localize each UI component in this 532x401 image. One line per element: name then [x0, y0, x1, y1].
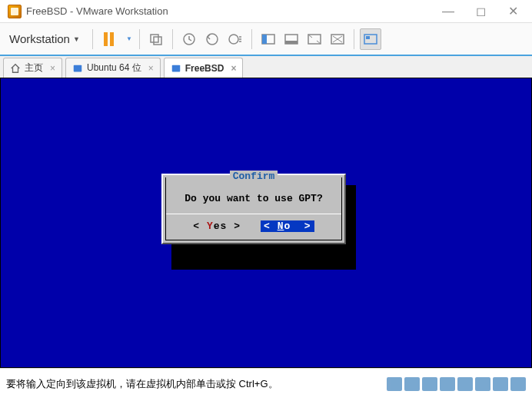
toolbar-separator — [354, 29, 354, 49]
thumbnail-icon — [364, 34, 377, 45]
send-ctrlaltdel-icon — [149, 32, 163, 46]
device-network-icon[interactable] — [422, 377, 437, 391]
dialog-message: Do you want to use GPT? — [166, 188, 341, 214]
svg-rect-8 — [285, 41, 298, 44]
toolbar-separator — [172, 29, 173, 49]
tab-label: Ubuntu 64 位 — [87, 61, 141, 75]
toolbar: Workstation ▼ ▼ — [0, 23, 532, 56]
status-hint: 要将输入定向到该虚拟机，请在虚拟机内部单击或按 Ctrl+G。 — [6, 377, 278, 391]
home-icon — [10, 63, 21, 74]
view-sidebyside-button[interactable] — [258, 28, 279, 50]
unity-icon — [331, 34, 344, 45]
device-sound-icon[interactable] — [457, 377, 473, 391]
svg-rect-0 — [151, 35, 158, 42]
fullscreen-button[interactable] — [304, 28, 325, 50]
clock-list-icon — [228, 32, 242, 46]
view-console-button[interactable] — [281, 28, 302, 50]
fullscreen-icon — [308, 34, 321, 45]
dialog-buttons: < Yes > < No > — [166, 220, 341, 240]
minimize-button[interactable]: — — [432, 1, 464, 22]
vm-display[interactable]: Confirm Do you want to use GPT? < Yes > … — [0, 78, 532, 368]
tab-close-button[interactable]: × — [231, 63, 236, 74]
unity-button[interactable] — [327, 28, 348, 50]
device-message-icon[interactable] — [510, 377, 526, 391]
tab-ubuntu[interactable]: Ubuntu 64 位 × — [65, 58, 161, 78]
tab-label: FreeBSD — [185, 63, 224, 74]
svg-rect-14 — [172, 65, 181, 71]
send-cad-button[interactable] — [145, 28, 167, 50]
confirm-dialog: Confirm Do you want to use GPT? < Yes > … — [161, 174, 346, 244]
snapshot-manager-button[interactable] — [224, 28, 246, 50]
toolbar-separator — [139, 29, 140, 49]
dialog-title: Confirm — [230, 171, 278, 182]
split-view-icon — [261, 34, 275, 45]
vm-cube-icon — [171, 63, 181, 74]
yes-button[interactable]: < Yes > — [193, 220, 241, 232]
tab-label: 主页 — [25, 61, 43, 75]
snapshot-revert-button[interactable] — [201, 28, 223, 50]
device-usb-icon[interactable] — [440, 377, 455, 391]
thumbnail-bar-button[interactable] — [360, 28, 381, 50]
clock-back-icon — [205, 32, 219, 46]
svg-rect-12 — [366, 36, 370, 39]
vm-cube-icon — [72, 63, 83, 74]
svg-rect-1 — [154, 37, 161, 45]
vmware-app-icon — [8, 5, 22, 18]
no-button[interactable]: < No > — [261, 220, 314, 232]
clock-icon — [182, 32, 196, 46]
window-title: FreeBSD - VMware Workstation — [26, 5, 432, 17]
device-cd-icon[interactable] — [404, 377, 420, 391]
vm-tabs: 主页 × Ubuntu 64 位 × FreeBSD × — [0, 56, 532, 78]
pause-vm-button[interactable] — [98, 28, 120, 50]
tab-close-button[interactable]: × — [148, 63, 154, 74]
chevron-down-icon: ▼ — [126, 35, 132, 42]
svg-point-4 — [229, 35, 238, 44]
workstation-menu-label: Workstation — [9, 32, 70, 45]
toolbar-separator — [92, 29, 93, 49]
status-bar: 要将输入定向到该虚拟机，请在虚拟机内部单击或按 Ctrl+G。 — [0, 368, 532, 399]
tab-close-button[interactable]: × — [50, 63, 55, 74]
console-icon — [284, 34, 298, 45]
title-bar: FreeBSD - VMware Workstation — ◻ ✕ — [0, 0, 532, 23]
svg-rect-13 — [74, 65, 82, 71]
maximize-button[interactable]: ◻ — [464, 1, 497, 22]
power-dropdown-button[interactable]: ▼ — [121, 28, 134, 50]
caret-down-icon: ▼ — [73, 35, 80, 43]
workstation-menu[interactable]: Workstation ▼ — [5, 29, 85, 48]
tab-freebsd[interactable]: FreeBSD × — [164, 58, 244, 78]
window-controls: — ◻ ✕ — [432, 1, 529, 22]
device-hdd-icon[interactable] — [387, 377, 402, 391]
toolbar-separator — [251, 29, 252, 49]
svg-rect-6 — [262, 35, 267, 44]
pause-icon — [104, 32, 114, 46]
device-printer-icon[interactable] — [475, 377, 490, 391]
device-display-icon[interactable] — [493, 377, 508, 391]
tab-home[interactable]: 主页 × — [3, 58, 62, 78]
close-button[interactable]: ✕ — [497, 1, 529, 22]
dialog-separator — [166, 214, 341, 214]
snapshot-take-button[interactable] — [178, 28, 200, 50]
dialog-title-bar: Confirm — [166, 177, 341, 188]
status-device-icons — [387, 377, 526, 391]
